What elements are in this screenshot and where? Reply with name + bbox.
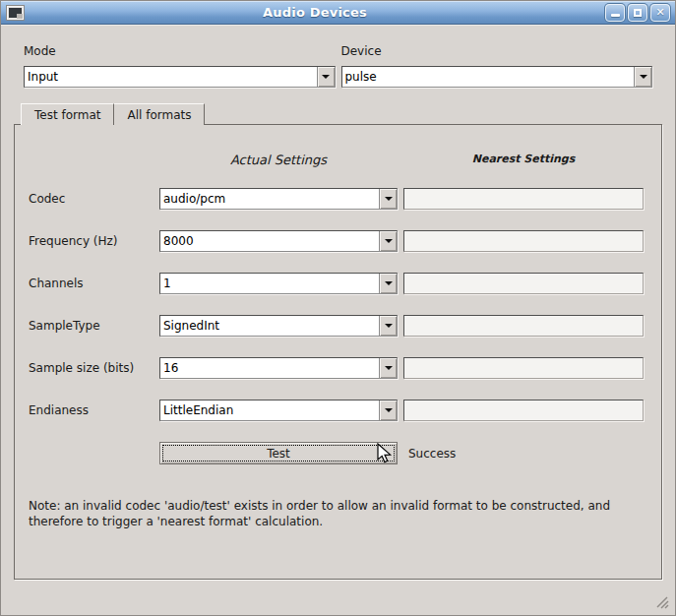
titlebar[interactable]: Audio Devices ✕ (1, 1, 675, 25)
maximize-button[interactable] (628, 4, 647, 22)
resize-grip-icon[interactable] (655, 595, 669, 609)
channels-label: Channels (29, 277, 159, 290)
frequency-row: Frequency (Hz) 8000 (29, 230, 647, 252)
actual-settings-header: Actual Settings (159, 153, 398, 172)
endianess-nearest-field (403, 400, 644, 421)
close-icon: ✕ (655, 7, 664, 18)
window-body: Mode Input Device pulse Test format All … (1, 25, 675, 616)
tab-test-format[interactable]: Test format (21, 103, 114, 125)
window-controls: ✕ (605, 4, 670, 22)
samplesize-nearest-field (403, 357, 644, 379)
sampletype-combobox[interactable]: SignedInt (159, 315, 398, 337)
chevron-down-icon[interactable] (379, 316, 397, 336)
close-button[interactable]: ✕ (650, 4, 670, 22)
codec-combobox-value: audio/pcm (160, 189, 379, 209)
samplesize-label: Sample size (bits) (29, 361, 159, 375)
tab-all-formats[interactable]: All formats (114, 103, 205, 125)
frequency-nearest-field (403, 230, 644, 252)
frequency-combobox-value: 8000 (160, 231, 379, 251)
sampletype-nearest-field (403, 315, 644, 337)
chevron-down-icon[interactable] (317, 67, 335, 87)
channels-nearest-field (403, 273, 644, 294)
mode-combobox-value: Input (25, 67, 317, 87)
test-button[interactable]: Test (159, 442, 398, 464)
window-icon (6, 5, 25, 21)
endianess-combobox-value: LittleEndian (160, 400, 379, 420)
audio-devices-window: Audio Devices ✕ Mode Input Device (0, 0, 676, 616)
channels-combobox[interactable]: 1 (159, 273, 398, 294)
maximize-icon (634, 9, 642, 17)
test-format-panel: Actual Settings Nearest Settings Codec a… (14, 124, 662, 580)
codec-nearest-field (403, 188, 644, 210)
note-text: Note: an invalid codec 'audio/test' exis… (29, 498, 647, 529)
channels-row: Channels 1 (29, 273, 647, 294)
chevron-down-icon[interactable] (379, 189, 397, 209)
mode-label: Mode (24, 44, 336, 58)
channels-combobox-value: 1 (160, 274, 379, 293)
settings-headers: Actual Settings Nearest Settings (29, 153, 647, 172)
codec-label: Codec (29, 192, 159, 206)
chevron-down-icon[interactable] (379, 231, 397, 251)
codec-row: Codec audio/pcm (29, 188, 647, 210)
minimize-icon (611, 14, 620, 17)
codec-combobox[interactable]: audio/pcm (159, 188, 398, 210)
formats-tabwidget: Test format All formats Actual Settings … (14, 103, 662, 580)
nearest-settings-header: Nearest Settings (403, 153, 644, 172)
samplesize-row: Sample size (bits) 16 (29, 357, 647, 379)
sampletype-combobox-value: SignedInt (160, 316, 379, 336)
endianess-label: Endianess (29, 403, 159, 417)
frequency-label: Frequency (Hz) (29, 234, 159, 248)
samplesize-combobox-value: 16 (160, 358, 379, 378)
device-combobox[interactable]: pulse (341, 66, 653, 88)
tab-bar: Test format All formats (21, 103, 662, 124)
minimize-button[interactable] (605, 4, 625, 22)
chevron-down-icon[interactable] (634, 67, 651, 87)
chevron-down-icon[interactable] (379, 274, 397, 293)
test-result-text: Success (408, 447, 456, 461)
sampletype-row: SampleType SignedInt (29, 315, 647, 337)
endianess-combobox[interactable]: LittleEndian (159, 400, 398, 421)
mode-combobox[interactable]: Input (24, 66, 336, 88)
chevron-down-icon[interactable] (379, 400, 397, 420)
endianess-row: Endianess LittleEndian (29, 400, 647, 421)
device-combobox-value: pulse (342, 67, 635, 87)
mode-device-form: Mode Input Device pulse (1, 25, 675, 95)
frequency-combobox[interactable]: 8000 (159, 230, 398, 252)
samplesize-combobox[interactable]: 16 (159, 357, 398, 379)
test-row: Test Success (29, 442, 647, 464)
chevron-down-icon[interactable] (379, 358, 397, 378)
sampletype-label: SampleType (29, 319, 159, 333)
window-title: Audio Devices (25, 5, 605, 20)
device-label: Device (341, 44, 653, 58)
